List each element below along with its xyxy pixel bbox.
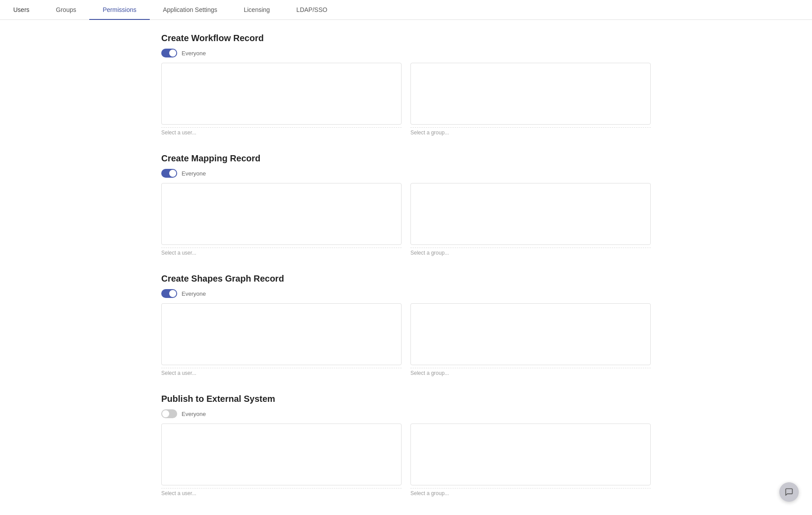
nav-item-permissions[interactable]: Permissions: [89, 0, 149, 19]
selector-row-create-workflow-record: Select a user...Select a group...: [161, 63, 651, 136]
user-selector-wrapper-create-workflow-record: Select a user...: [161, 63, 402, 136]
group-placeholder-create-workflow-record: Select a group...: [410, 127, 651, 136]
group-selector-box-publish-to-external-system[interactable]: [410, 423, 651, 485]
user-selector-wrapper-create-shapes-graph-record: Select a user...: [161, 303, 402, 376]
user-placeholder-create-shapes-graph-record: Select a user...: [161, 368, 402, 376]
nav-item-groups[interactable]: Groups: [43, 0, 90, 19]
section-title-publish-to-external-system: Publish to External System: [161, 394, 651, 404]
toggle-row-create-workflow-record: Everyone: [161, 49, 651, 57]
everyone-label-publish-to-external-system: Everyone: [182, 411, 206, 417]
group-selector-box-create-workflow-record[interactable]: [410, 63, 651, 125]
group-selector-wrapper-publish-to-external-system: Select a group...: [410, 423, 651, 496]
user-selector-box-create-shapes-graph-record[interactable]: [161, 303, 402, 365]
permission-section-publish-to-external-system: Publish to External SystemEveryoneSelect…: [161, 394, 651, 496]
main-content: Create Workflow RecordEveryoneSelect a u…: [0, 20, 812, 515]
fab-button[interactable]: [779, 482, 799, 502]
toggle-publish-to-external-system[interactable]: [161, 409, 177, 418]
group-placeholder-publish-to-external-system: Select a group...: [410, 488, 651, 496]
selector-row-publish-to-external-system: Select a user...Select a group...: [161, 423, 651, 496]
group-placeholder-create-shapes-graph-record: Select a group...: [410, 368, 651, 376]
toggle-slider-create-workflow-record: [161, 49, 177, 57]
toggle-create-mapping-record[interactable]: [161, 169, 177, 178]
group-selector-wrapper-create-workflow-record: Select a group...: [410, 63, 651, 136]
toggle-create-workflow-record[interactable]: [161, 49, 177, 57]
nav-item-ldap-sso[interactable]: LDAP/SSO: [283, 0, 341, 19]
user-selector-wrapper-create-mapping-record: Select a user...: [161, 183, 402, 256]
group-selector-wrapper-create-mapping-record: Select a group...: [410, 183, 651, 256]
group-selector-box-create-mapping-record[interactable]: [410, 183, 651, 245]
selector-row-create-mapping-record: Select a user...Select a group...: [161, 183, 651, 256]
user-placeholder-create-mapping-record: Select a user...: [161, 248, 402, 256]
permission-section-create-workflow-record: Create Workflow RecordEveryoneSelect a u…: [161, 33, 651, 136]
everyone-label-create-shapes-graph-record: Everyone: [182, 290, 206, 297]
toggle-slider-create-mapping-record: [161, 169, 177, 178]
toggle-row-create-mapping-record: Everyone: [161, 169, 651, 178]
user-placeholder-create-workflow-record: Select a user...: [161, 127, 402, 136]
selector-row-create-shapes-graph-record: Select a user...Select a group...: [161, 303, 651, 376]
section-title-create-workflow-record: Create Workflow Record: [161, 33, 651, 43]
toggle-row-create-shapes-graph-record: Everyone: [161, 289, 651, 298]
nav-item-application-settings[interactable]: Application Settings: [150, 0, 231, 19]
toggle-slider-create-shapes-graph-record: [161, 289, 177, 298]
user-selector-box-create-mapping-record[interactable]: [161, 183, 402, 245]
user-placeholder-publish-to-external-system: Select a user...: [161, 488, 402, 496]
chat-icon: [785, 488, 793, 496]
everyone-label-create-workflow-record: Everyone: [182, 50, 206, 57]
toggle-create-shapes-graph-record[interactable]: [161, 289, 177, 298]
everyone-label-create-mapping-record: Everyone: [182, 170, 206, 177]
user-selector-box-create-workflow-record[interactable]: [161, 63, 402, 125]
toggle-slider-publish-to-external-system: [161, 409, 177, 418]
group-selector-wrapper-create-shapes-graph-record: Select a group...: [410, 303, 651, 376]
group-selector-box-create-shapes-graph-record[interactable]: [410, 303, 651, 365]
user-selector-box-publish-to-external-system[interactable]: [161, 423, 402, 485]
permission-section-create-mapping-record: Create Mapping RecordEveryoneSelect a us…: [161, 153, 651, 256]
section-title-create-shapes-graph-record: Create Shapes Graph Record: [161, 274, 651, 284]
toggle-row-publish-to-external-system: Everyone: [161, 409, 651, 418]
section-title-create-mapping-record: Create Mapping Record: [161, 153, 651, 164]
user-selector-wrapper-publish-to-external-system: Select a user...: [161, 423, 402, 496]
permission-section-create-shapes-graph-record: Create Shapes Graph RecordEveryoneSelect…: [161, 274, 651, 376]
group-placeholder-create-mapping-record: Select a group...: [410, 248, 651, 256]
nav-item-licensing[interactable]: Licensing: [231, 0, 283, 19]
nav-item-users[interactable]: Users: [0, 0, 43, 19]
navigation-bar: UsersGroupsPermissionsApplication Settin…: [0, 0, 812, 20]
